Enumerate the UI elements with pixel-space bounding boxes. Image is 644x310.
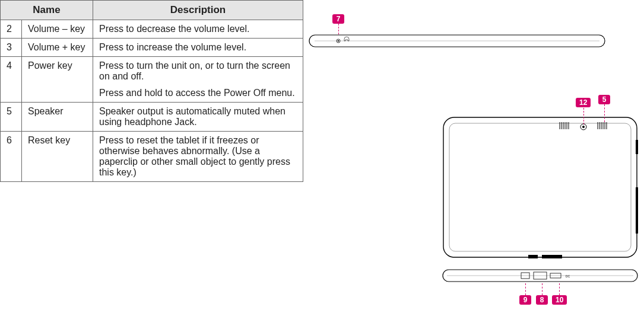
table-header-row: Name Description xyxy=(1,1,303,20)
callout-9: 9 xyxy=(519,295,531,305)
callout-12: 12 xyxy=(576,98,591,107)
svg-text:DC: DC xyxy=(566,274,570,278)
row-description: Press to decrease the volume level. xyxy=(93,20,303,39)
svg-rect-4 xyxy=(443,117,637,257)
callout-10: 10 xyxy=(552,295,567,305)
spec-table-container: Name Description 2Volume – keyPress to d… xyxy=(0,0,303,310)
leader-12 xyxy=(583,108,584,124)
table-row: 5SpeakerSpeaker output is automatically … xyxy=(1,103,303,132)
row-number: 4 xyxy=(1,57,22,103)
svg-rect-20 xyxy=(636,140,638,154)
row-name: Speaker xyxy=(22,103,93,132)
description-paragraph: Press to reset the tablet if it freezes … xyxy=(99,135,297,178)
leader-7 xyxy=(338,24,339,34)
diagram-area: 7 12 5 xyxy=(303,0,644,310)
description-paragraph: Press to decrease the volume level. xyxy=(99,24,297,34)
row-description: Press to turn the unit on, or to turn th… xyxy=(93,57,303,103)
row-description: Speaker output is automatically muted wh… xyxy=(93,103,303,132)
description-paragraph: Speaker output is automatically muted wh… xyxy=(99,106,297,127)
device-bottom-edge: DC xyxy=(442,269,638,283)
description-paragraph: Press to increase the volume level. xyxy=(99,42,297,53)
row-number: 6 xyxy=(1,132,22,182)
table-row: 2Volume – keyPress to decrease the volum… xyxy=(1,20,303,39)
row-name: Power key xyxy=(22,57,93,103)
svg-rect-21 xyxy=(636,187,638,234)
svg-rect-22 xyxy=(528,255,538,258)
row-name: Reset key xyxy=(22,132,93,182)
header-description: Description xyxy=(93,1,303,20)
row-name: Volume – key xyxy=(22,20,93,39)
table-row: 6Reset keyPress to reset the tablet if i… xyxy=(1,132,303,182)
device-top-edge xyxy=(309,34,605,49)
description-paragraph: Press to turn the unit on, or to turn th… xyxy=(99,60,297,82)
leader-5 xyxy=(604,104,605,122)
leader-10 xyxy=(559,283,560,295)
header-name: Name xyxy=(1,1,93,20)
device-back-view xyxy=(442,116,638,258)
row-name: Volume + key xyxy=(22,39,93,57)
svg-rect-23 xyxy=(542,255,562,258)
callout-5: 5 xyxy=(598,95,610,104)
table-row: 4Power keyPress to turn the unit on, or … xyxy=(1,57,303,103)
description-paragraph: Press and hold to access the Power Off m… xyxy=(99,88,297,98)
callout-7: 7 xyxy=(332,14,344,24)
leader-9 xyxy=(525,283,526,295)
row-description: Press to increase the volume level. xyxy=(93,39,303,57)
leader-8 xyxy=(542,283,543,295)
callout-8: 8 xyxy=(536,295,548,305)
row-number: 3 xyxy=(1,39,22,57)
row-number: 2 xyxy=(1,20,22,39)
svg-point-19 xyxy=(582,126,585,128)
table-row: 3Volume + keyPress to increase the volum… xyxy=(1,39,303,57)
row-number: 5 xyxy=(1,103,22,132)
spec-table: Name Description 2Volume – keyPress to d… xyxy=(0,0,303,182)
svg-point-3 xyxy=(338,40,339,41)
row-description: Press to reset the tablet if it freezes … xyxy=(93,132,303,182)
